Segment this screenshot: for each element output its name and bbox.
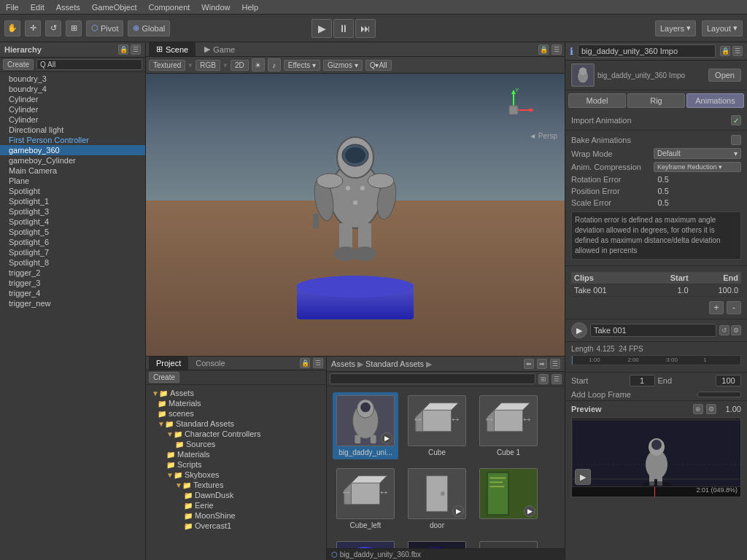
project-menu-icon[interactable]: ☰ xyxy=(313,358,323,368)
tree-item-materials2[interactable]: 📁Materials xyxy=(146,449,326,459)
play-overlay-book[interactable]: ▶ xyxy=(524,505,535,517)
asset-item-sphere-blue[interactable] xyxy=(333,538,398,548)
asset-browse-icon[interactable]: ⬅ xyxy=(524,359,534,369)
list-item[interactable]: Cylinder xyxy=(0,104,145,114)
open-button[interactable]: Open xyxy=(708,69,741,82)
asset-item-book[interactable]: ▶ xyxy=(476,465,541,532)
preview-playhead[interactable] xyxy=(654,487,655,497)
hierarchy-create-button[interactable]: Create xyxy=(3,59,34,70)
animations-tab-button[interactable]: Animations xyxy=(686,93,744,108)
audio-icon[interactable]: ♪ xyxy=(268,58,281,71)
project-tab[interactable]: Project xyxy=(149,357,188,370)
scale-tool-icon[interactable]: ⊞ xyxy=(66,20,82,36)
inspector-lock-icon[interactable]: 🔒 xyxy=(720,46,730,56)
menu-edit[interactable]: Edit xyxy=(25,3,50,12)
game-tab[interactable]: ▶ Game xyxy=(197,42,242,56)
import-animation-checkbox[interactable]: ✓ xyxy=(731,115,741,125)
add-loop-slider[interactable] xyxy=(697,392,741,397)
move-tool-icon[interactable]: ✛ xyxy=(25,20,41,36)
hierarchy-lock-icon[interactable]: 🔒 xyxy=(118,44,128,55)
list-item[interactable]: Cylinder xyxy=(0,114,145,125)
table-row[interactable]: Take 001 1.0 100.0 xyxy=(571,284,741,297)
hierarchy-menu-icon[interactable]: ☰ xyxy=(131,44,141,55)
gameboy-360-item[interactable]: gameboy_360 xyxy=(0,145,145,155)
list-item[interactable]: Spotlight_5 xyxy=(0,227,145,237)
hand-tool-icon[interactable]: ✋ xyxy=(4,20,20,36)
list-item[interactable]: trigger_4 xyxy=(0,288,145,298)
asset-item-sphere-dark[interactable] xyxy=(404,538,470,548)
console-tab[interactable]: Console xyxy=(188,357,232,370)
list-item[interactable]: Spotlight_6 xyxy=(0,237,145,247)
inspector-menu-icon[interactable]: ☰ xyxy=(732,46,743,56)
breadcrumb-assets[interactable]: Assets xyxy=(331,359,355,368)
search-all-button[interactable]: Q▾All xyxy=(365,60,392,71)
asset-item-cube[interactable]: ↔ ↔ Cube xyxy=(404,392,470,459)
asset-item-door[interactable]: ▶ door xyxy=(404,465,470,532)
clip-name-input[interactable] xyxy=(590,324,716,337)
timeline-playhead[interactable] xyxy=(572,356,573,365)
preview-record-icon[interactable]: ⊕ xyxy=(693,404,703,414)
play-overlay[interactable]: ▶ xyxy=(381,432,392,444)
tree-item-scenes[interactable]: 📁scenes xyxy=(146,408,326,419)
effects-button[interactable]: Effects ▾ xyxy=(284,60,320,71)
preview-settings-icon[interactable]: ⚙ xyxy=(706,404,716,414)
asset-search-icon[interactable]: ⊞ xyxy=(538,374,549,384)
asset-next-icon[interactable]: ➡ xyxy=(537,359,547,369)
preview-play-button[interactable]: ▶ xyxy=(575,469,591,485)
preview-play-btn-inner[interactable]: ▶ xyxy=(575,469,591,485)
rgb-button[interactable]: RGB xyxy=(196,60,220,71)
list-item[interactable]: trigger_2 xyxy=(0,268,145,278)
tree-item-dawndusk[interactable]: 📁DawnDusk xyxy=(146,490,326,500)
clip-loop-icon[interactable]: ↺ xyxy=(719,325,729,335)
asset-filter-icon[interactable]: ☰ xyxy=(551,374,562,384)
asset-menu-icon[interactable]: ☰ xyxy=(550,359,560,369)
play-button[interactable]: ▶ xyxy=(311,19,332,38)
bake-animations-checkbox[interactable] xyxy=(731,135,741,145)
step-button[interactable]: ⏭ xyxy=(355,19,376,38)
list-item[interactable]: Spotlight_8 xyxy=(0,257,145,268)
breadcrumb-standard-assets[interactable]: Standard Assets xyxy=(365,359,424,368)
first-person-controller-item[interactable]: First Person Controller xyxy=(0,135,145,145)
list-item[interactable]: Main Camera xyxy=(0,166,145,176)
list-item[interactable]: Cylinder xyxy=(0,94,145,104)
list-item[interactable]: Spotlight_3 xyxy=(0,206,145,217)
rig-tab-button[interactable]: Rig xyxy=(627,93,685,108)
scene-tab[interactable]: ⊞ Scene xyxy=(149,42,196,56)
asset-item-bigdaddy[interactable]: ▶ big_daddy_uni... xyxy=(333,392,398,459)
add-clip-button[interactable]: + xyxy=(709,301,724,314)
tree-item-scripts[interactable]: 📁Scripts xyxy=(146,459,326,470)
tree-item-character-controllers[interactable]: ▼📁Character Controllers xyxy=(146,429,326,439)
rotate-tool-icon[interactable]: ↺ xyxy=(45,20,61,36)
gizmos-button[interactable]: Gizmos ▾ xyxy=(323,60,363,71)
menu-gameobject[interactable]: GameObject xyxy=(86,3,143,12)
menu-assets[interactable]: Assets xyxy=(50,3,86,12)
hierarchy-search-input[interactable] xyxy=(36,59,142,70)
pivot-button[interactable]: ⬡ Pivot xyxy=(86,20,123,36)
tree-item-textures[interactable]: ▼📁Textures xyxy=(146,480,326,490)
anim-compression-dropdown[interactable]: Keyframe Reduction ▾ xyxy=(654,162,741,172)
list-item[interactable]: Spotlight xyxy=(0,186,145,196)
list-item[interactable]: Plane xyxy=(0,176,145,186)
project-create-button[interactable]: Create xyxy=(149,372,179,383)
menu-component[interactable]: Component xyxy=(142,3,196,12)
list-item[interactable]: trigger_new xyxy=(0,298,145,308)
list-item[interactable]: Directional light xyxy=(0,125,145,135)
tree-item-assets[interactable]: ▼📁Assets xyxy=(146,388,326,398)
2d-button[interactable]: 2D xyxy=(231,60,249,71)
list-item[interactable]: gameboy_Cylinder xyxy=(0,155,145,166)
menu-window[interactable]: Window xyxy=(196,3,236,12)
tree-item-standard-assets[interactable]: ▼📁Standard Assets xyxy=(146,419,326,429)
list-item[interactable]: trigger_3 xyxy=(0,278,145,288)
menu-file[interactable]: File xyxy=(0,3,25,12)
tree-item-moonshine[interactable]: 📁MoonShine xyxy=(146,510,326,521)
end-input[interactable] xyxy=(716,375,741,386)
scene-viewport[interactable]: Y ◄ Persp xyxy=(146,74,565,356)
scene-lock-icon[interactable]: 🔒 xyxy=(538,44,549,55)
clip-settings-icon[interactable]: ⚙ xyxy=(731,325,741,335)
play-overlay-door[interactable]: ▶ xyxy=(452,505,464,517)
list-item[interactable]: Spotlight_7 xyxy=(0,247,145,257)
list-item[interactable]: Spotlight_4 xyxy=(0,217,145,227)
asset-item-cube-left[interactable]: ↔ ↔ Cube_left xyxy=(333,465,398,532)
textured-button[interactable]: Textured xyxy=(149,60,185,71)
lighting-icon[interactable]: ☀ xyxy=(252,58,265,71)
